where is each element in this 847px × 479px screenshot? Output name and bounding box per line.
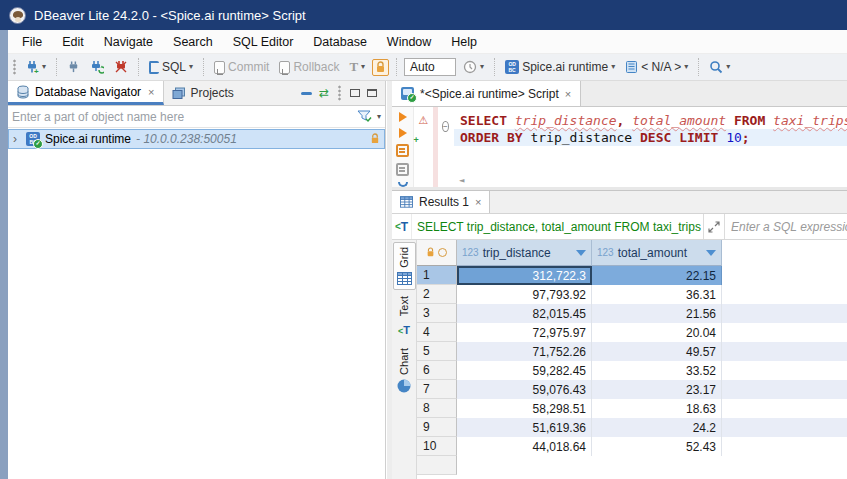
menu-item-file[interactable]: File: [12, 32, 52, 52]
tree-expander-icon[interactable]: ›: [13, 132, 21, 146]
execute-script-icon[interactable]: [396, 144, 409, 157]
tab-text[interactable]: Text <T: [393, 292, 416, 342]
cell-trip-distance[interactable]: 59,282.45: [457, 361, 592, 380]
tab-projects[interactable]: Projects: [164, 81, 242, 105]
cell-total-amount[interactable]: 23.17: [592, 380, 722, 399]
transaction-log-button[interactable]: T ▾: [346, 57, 368, 77]
menu-item-navigate[interactable]: Navigate: [94, 32, 163, 52]
cell-total-amount[interactable]: 33.52: [592, 361, 722, 380]
row-number[interactable]: 8: [417, 399, 457, 418]
results-filter-input[interactable]: [725, 220, 847, 234]
sort-desc-icon[interactable]: [576, 250, 586, 256]
cell-trip-distance[interactable]: 58,298.51: [457, 399, 592, 418]
cell-total-amount[interactable]: 21.56: [592, 304, 722, 323]
grid-row[interactable]: 858,298.5118.63: [417, 399, 847, 418]
row-number[interactable]: 10: [417, 437, 457, 456]
results-query-text[interactable]: SELECT trip_distance, total_amount FROM …: [412, 214, 704, 239]
menu-item-edit[interactable]: Edit: [52, 32, 94, 52]
cell-total-amount[interactable]: 24.2: [592, 418, 722, 437]
collapse-all-icon[interactable]: [301, 92, 312, 95]
row-number[interactable]: 6: [417, 361, 457, 380]
cell-trip-distance[interactable]: 44,018.64: [457, 437, 592, 456]
script-log-icon[interactable]: [396, 163, 409, 176]
tab-results-1[interactable]: Results 1 ×: [392, 191, 490, 213]
execute-new-tab-icon[interactable]: +: [399, 128, 407, 138]
connection-tree-item[interactable]: › OD BC Spice.ai runtime - 10.0.0.238:50…: [8, 129, 385, 149]
row-number[interactable]: 2: [417, 285, 457, 304]
execute-statement-icon[interactable]: [399, 112, 407, 122]
commit-button[interactable]: Commit: [211, 58, 272, 76]
grid-row[interactable]: 1312,722.322.15: [417, 266, 847, 285]
autocommit-combo[interactable]: Auto: [404, 58, 456, 76]
grid-corner-cell[interactable]: [417, 240, 457, 266]
row-number[interactable]: 9: [417, 418, 457, 437]
transaction-dropdown[interactable]: ▾: [361, 63, 365, 71]
cell-trip-distance[interactable]: 72,975.97: [457, 323, 592, 342]
cell-trip-distance[interactable]: 51,619.36: [457, 418, 592, 437]
cell-trip-distance[interactable]: 97,793.92: [457, 285, 592, 304]
object-filter-input[interactable]: [12, 110, 357, 124]
rollback-button[interactable]: Rollback: [276, 58, 342, 76]
sql-code-area[interactable]: SELECT trip_distance, total_amount FROM …: [454, 107, 847, 187]
sort-arrow-icon[interactable]: [706, 250, 716, 256]
row-number[interactable]: 7: [417, 380, 457, 399]
history-dropdown[interactable]: ▾: [480, 63, 484, 71]
connect-button[interactable]: [64, 58, 83, 76]
cell-total-amount[interactable]: 36.31: [592, 285, 722, 304]
row-number[interactable]: 4: [417, 323, 457, 342]
row-number[interactable]: 5: [417, 342, 457, 361]
filter-dropdown[interactable]: ▾: [377, 113, 381, 121]
tab-grid[interactable]: Grid: [393, 242, 416, 290]
row-number[interactable]: 1: [417, 266, 457, 285]
schema-dropdown[interactable]: ▾: [684, 63, 688, 71]
cell-total-amount[interactable]: 20.04: [592, 323, 722, 342]
sql-editor-button[interactable]: SQL ▾: [146, 58, 196, 76]
link-with-editor-icon[interactable]: ⇄: [319, 87, 329, 99]
cell-total-amount[interactable]: 52.43: [592, 437, 722, 456]
cell-total-amount[interactable]: 22.15: [592, 266, 722, 285]
grid-row[interactable]: 571,752.2649.57: [417, 342, 847, 361]
cell-trip-distance[interactable]: 59,076.43: [457, 380, 592, 399]
maximize-results-button[interactable]: [704, 214, 725, 239]
view-menu-handle[interactable]: [338, 85, 341, 101]
editor-hscroll-left-icon[interactable]: ◄: [459, 175, 464, 185]
grid-row[interactable]: 1044,018.6452.43: [417, 437, 847, 456]
tab-database-navigator[interactable]: Database Navigator ×: [8, 81, 164, 105]
toolbar-drag-handle[interactable]: [13, 59, 16, 75]
cell-trip-distance[interactable]: 312,722.3: [457, 266, 592, 285]
grid-row[interactable]: 297,793.9236.31: [417, 285, 847, 304]
cell-trip-distance[interactable]: 71,752.26: [457, 342, 592, 361]
close-results-tab-icon[interactable]: ×: [475, 196, 481, 208]
transaction-history-button[interactable]: ▾: [460, 58, 487, 76]
menu-item-sql-editor[interactable]: SQL Editor: [223, 32, 304, 52]
menu-item-help[interactable]: Help: [441, 32, 487, 52]
cell-total-amount[interactable]: 18.63: [592, 399, 722, 418]
sql-editor-dropdown[interactable]: ▾: [189, 63, 193, 71]
search-dropdown[interactable]: ▾: [726, 63, 730, 71]
menu-item-database[interactable]: Database: [303, 32, 377, 52]
cell-total-amount[interactable]: 49.57: [592, 342, 722, 361]
fold-collapse-icon[interactable]: −: [442, 121, 449, 132]
close-editor-tab-icon[interactable]: ×: [565, 88, 571, 100]
grid-row[interactable]: 472,975.9720.04: [417, 323, 847, 342]
grid-row[interactable]: 382,015.4521.56: [417, 304, 847, 323]
row-number[interactable]: 3: [417, 304, 457, 323]
maximize-view-icon[interactable]: [367, 89, 377, 97]
grid-row[interactable]: 759,076.4323.17: [417, 380, 847, 399]
title-bar[interactable]: DBeaver Lite 24.2.0 - <Spice.ai runtime>…: [0, 0, 847, 30]
menu-item-search[interactable]: Search: [163, 32, 223, 52]
grid-row[interactable]: 951,619.3624.2: [417, 418, 847, 437]
disconnect-button[interactable]: [111, 58, 131, 76]
tab-chart[interactable]: Chart: [393, 344, 416, 397]
explain-plan-icon[interactable]: [398, 182, 408, 187]
grid-row[interactable]: 659,282.4533.52: [417, 361, 847, 380]
column-header-trip-distance[interactable]: 123 trip_distance: [457, 240, 592, 266]
search-button[interactable]: ▾: [706, 58, 733, 76]
new-connection-dropdown[interactable]: ▾: [42, 63, 46, 71]
new-connection-button[interactable]: + ▾: [22, 58, 49, 76]
minimize-view-icon[interactable]: [350, 89, 360, 97]
column-header-total-amount[interactable]: 123 total_amount: [592, 240, 722, 266]
filter-funnel-icon[interactable]: [357, 110, 372, 123]
connection-dropdown[interactable]: ▾: [611, 63, 615, 71]
reconnect-button[interactable]: [87, 58, 107, 76]
